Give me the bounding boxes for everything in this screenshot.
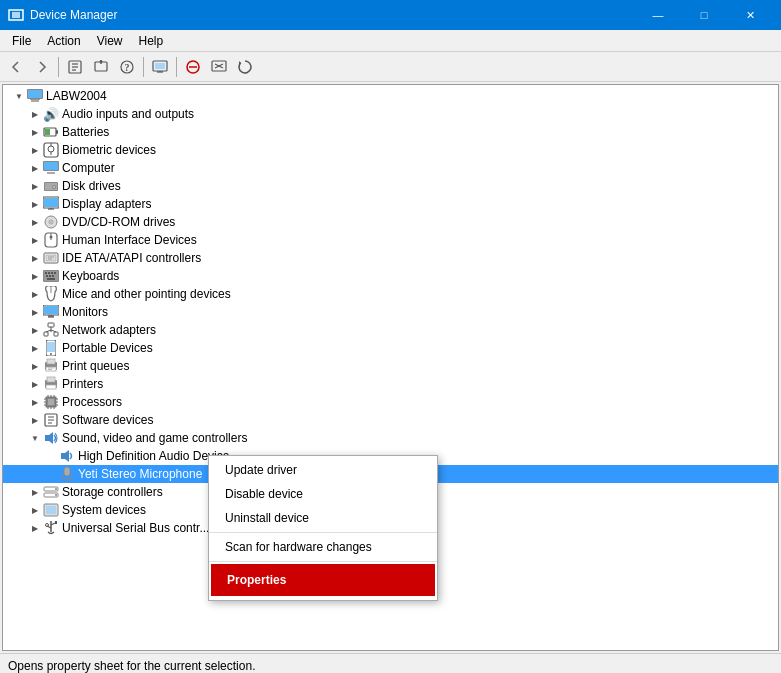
- context-properties[interactable]: Properties: [213, 566, 433, 594]
- hid-expand-icon[interactable]: ▶: [27, 232, 43, 248]
- tree-item-network[interactable]: ▶ Network adapters: [3, 321, 778, 339]
- tree-item-hid[interactable]: ▶ Human Interface Devices: [3, 231, 778, 249]
- disk-expand-icon[interactable]: ▶: [27, 178, 43, 194]
- svg-line-71: [46, 330, 51, 332]
- printqueue-expand-icon[interactable]: ▶: [27, 358, 43, 374]
- help-button[interactable]: ?: [115, 55, 139, 79]
- system-expand-icon[interactable]: ▶: [27, 502, 43, 518]
- batteries-expand-icon[interactable]: ▶: [27, 124, 43, 140]
- ide-expand-icon[interactable]: ▶: [27, 250, 43, 266]
- tree-item-audio[interactable]: ▶ 🔊 Audio inputs and outputs: [3, 105, 778, 123]
- svg-rect-63: [44, 306, 58, 314]
- software-expand-icon[interactable]: ▶: [27, 412, 43, 428]
- tree-item-ide[interactable]: ▶ IDE ATA/ATAPI controllers: [3, 249, 778, 267]
- tree-item-disk[interactable]: ▶ Disk drives: [3, 177, 778, 195]
- tree-item-keyboards[interactable]: ▶ Keyboards: [3, 267, 778, 285]
- tree-item-portable[interactable]: ▶ Portable Devices: [3, 339, 778, 357]
- minimize-button[interactable]: —: [635, 0, 681, 30]
- context-uninstall-device[interactable]: Uninstall device: [209, 506, 437, 530]
- hd-audio-label: High Definition Audio Device: [78, 449, 229, 463]
- tree-item-processors[interactable]: ▶ Proces: [3, 393, 778, 411]
- close-button[interactable]: ✕: [727, 0, 773, 30]
- portable-expand-icon[interactable]: ▶: [27, 340, 43, 356]
- monitors-icon: [43, 304, 59, 320]
- software-icon: [43, 412, 59, 428]
- uninstall-button[interactable]: [207, 55, 231, 79]
- svg-rect-82: [47, 377, 55, 382]
- tree-item-sound[interactable]: ▼ Sound, video and game controllers: [3, 429, 778, 447]
- yeti-icon: [59, 466, 75, 482]
- update-driver-button[interactable]: [89, 55, 113, 79]
- mice-expand-icon[interactable]: ▶: [27, 286, 43, 302]
- context-update-driver[interactable]: Update driver: [209, 458, 437, 482]
- svg-rect-20: [28, 90, 42, 98]
- window-controls: — □ ✕: [635, 0, 773, 30]
- computer-expand-icon[interactable]: ▶: [27, 160, 43, 176]
- audio-expand-icon[interactable]: ▶: [27, 106, 43, 122]
- menu-file[interactable]: File: [4, 30, 39, 51]
- svg-point-27: [48, 146, 54, 152]
- display-expand-icon[interactable]: ▶: [27, 196, 43, 212]
- biometric-icon: [43, 142, 59, 158]
- scan-changes-button[interactable]: [233, 55, 257, 79]
- tree-item-computer[interactable]: ▶ Computer: [3, 159, 778, 177]
- menu-view[interactable]: View: [89, 30, 131, 51]
- menu-action[interactable]: Action: [39, 30, 88, 51]
- tree-item-monitors[interactable]: ▶ Monitors: [3, 303, 778, 321]
- storage-expand-icon[interactable]: ▶: [27, 484, 43, 500]
- svg-rect-85: [48, 399, 54, 405]
- svg-rect-69: [54, 332, 58, 336]
- svg-point-46: [50, 236, 53, 239]
- computer-label: Computer: [62, 161, 115, 175]
- keyboards-expand-icon[interactable]: ▶: [27, 268, 43, 284]
- tree-item-printers[interactable]: ▶ Printers: [3, 375, 778, 393]
- display-label: Display adapters: [62, 197, 151, 211]
- forward-button[interactable]: [30, 55, 54, 79]
- context-scan-changes[interactable]: Scan for hardware changes: [209, 535, 437, 559]
- context-separator-2: [209, 561, 437, 562]
- disk-icon: [43, 178, 59, 194]
- toolbar-separator-2: [143, 57, 144, 77]
- audio-label: Audio inputs and outputs: [62, 107, 194, 121]
- svg-marker-103: [61, 450, 69, 462]
- menu-help[interactable]: Help: [131, 30, 172, 51]
- tree-root[interactable]: ▼ LABW2004: [3, 87, 778, 105]
- properties-button[interactable]: [63, 55, 87, 79]
- sound-expand-icon[interactable]: ▼: [27, 430, 43, 446]
- svg-rect-114: [55, 521, 57, 524]
- context-separator: [209, 532, 437, 533]
- tree-item-biometric[interactable]: ▶ Biometric devices: [3, 141, 778, 159]
- printers-expand-icon[interactable]: ▶: [27, 376, 43, 392]
- svg-rect-54: [48, 272, 50, 274]
- tree-item-printqueue[interactable]: ▶ Print queues: [3, 357, 778, 375]
- printers-icon: [43, 376, 59, 392]
- processors-expand-icon[interactable]: ▶: [27, 394, 43, 410]
- usb-expand-icon[interactable]: ▶: [27, 520, 43, 536]
- status-text: Opens property sheet for the current sel…: [8, 659, 255, 673]
- biometric-expand-icon[interactable]: ▶: [27, 142, 43, 158]
- tree-item-batteries[interactable]: ▶ Batteries: [3, 123, 778, 141]
- svg-rect-31: [44, 162, 58, 170]
- svg-rect-60: [47, 278, 55, 280]
- context-disable-device[interactable]: Disable device: [209, 482, 437, 506]
- svg-rect-53: [45, 272, 47, 274]
- svg-rect-32: [47, 172, 55, 174]
- ide-label: IDE ATA/ATAPI controllers: [62, 251, 201, 265]
- computer-button[interactable]: [148, 55, 172, 79]
- dvd-expand-icon[interactable]: ▶: [27, 214, 43, 230]
- network-expand-icon[interactable]: ▶: [27, 322, 43, 338]
- svg-line-72: [51, 330, 56, 332]
- monitors-expand-icon[interactable]: ▶: [27, 304, 43, 320]
- status-bar: Opens property sheet for the current sel…: [0, 653, 781, 673]
- printqueue-icon: [43, 358, 59, 374]
- tree-item-dvd[interactable]: ▶ DVD/CD-ROM drives: [3, 213, 778, 231]
- maximize-button[interactable]: □: [681, 0, 727, 30]
- tree-item-display[interactable]: ▶ Display adapters: [3, 195, 778, 213]
- svg-rect-104: [64, 467, 70, 476]
- disable-button[interactable]: [181, 55, 205, 79]
- back-button[interactable]: [4, 55, 28, 79]
- root-expand-icon[interactable]: ▼: [11, 88, 27, 104]
- keyboards-label: Keyboards: [62, 269, 119, 283]
- tree-item-mice[interactable]: ▶ Mice and other pointing devices: [3, 285, 778, 303]
- tree-item-software[interactable]: ▶ Software devices: [3, 411, 778, 429]
